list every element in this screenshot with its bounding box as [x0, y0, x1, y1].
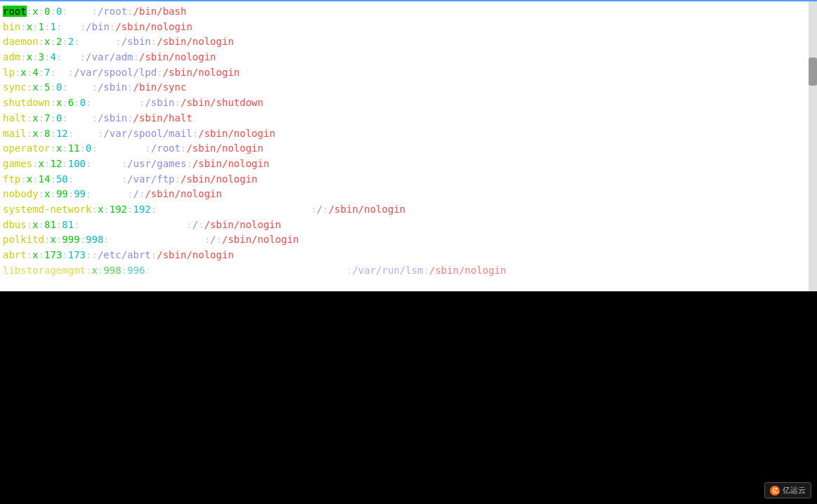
watermark-logo: 亿 — [770, 486, 780, 496]
scrollbar-thumb[interactable] — [809, 58, 817, 86]
watermark: 亿 亿运云 — [764, 482, 811, 498]
watermark-label: 亿运云 — [783, 485, 806, 496]
black-area: 亿 亿运云 — [0, 291, 817, 504]
terminal-window: root:x:0:0:root:/root:/bin/bash bin:x:1:… — [0, 0, 817, 291]
scrollbar[interactable] — [809, 1, 817, 291]
terminal-content: root:x:0:0:root:/root:/bin/bash bin:x:1:… — [0, 4, 817, 278]
